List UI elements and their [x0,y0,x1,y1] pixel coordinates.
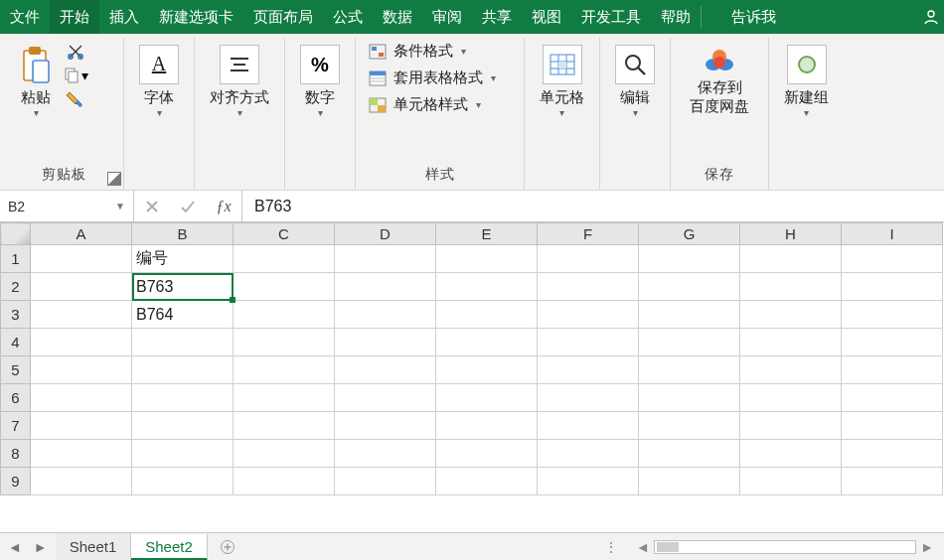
tab-file[interactable]: 文件 [0,0,50,34]
cell-A6[interactable] [31,384,132,412]
tab-insert[interactable]: 插入 [99,0,149,34]
cell-I7[interactable] [842,412,943,440]
sheet-tab-1[interactable]: Sheet2 [131,534,208,560]
col-header-B[interactable]: B [132,223,234,245]
cell-H3[interactable] [740,301,842,329]
row-header-2[interactable]: 2 [1,273,31,301]
cell-E2[interactable] [436,273,538,301]
cell-F3[interactable] [538,301,639,329]
cell-I9[interactable] [842,468,943,495]
editing-button[interactable]: 编辑 ▾ [608,40,662,123]
cell-C2[interactable] [234,273,335,301]
cell-I2[interactable] [842,273,943,301]
cell-A5[interactable] [31,356,132,384]
tab-newtab[interactable]: 新建选项卡 [149,0,243,34]
cell-E6[interactable] [436,384,538,412]
cell-A2[interactable] [31,273,132,301]
cell-B7[interactable] [132,412,234,440]
col-header-G[interactable]: G [639,223,740,245]
cell-H5[interactable] [740,356,842,384]
cell-styles-button[interactable]: 单元格样式▾ [364,93,500,116]
cell-E3[interactable] [436,301,538,329]
fx-icon[interactable]: ƒx [206,198,241,215]
tab-data[interactable]: 数据 [373,0,422,34]
cell-H2[interactable] [740,273,842,301]
scroll-right-icon[interactable]: ► [916,539,938,555]
cell-I3[interactable] [842,301,943,329]
tab-pagelayout[interactable]: 页面布局 [243,0,323,34]
cell-C5[interactable] [234,356,335,384]
cell-E1[interactable] [436,245,538,273]
cell-F7[interactable] [538,412,639,440]
clipboard-dialog-launcher[interactable] [107,172,121,186]
font-button[interactable]: A 字体 ▾ [132,40,186,123]
cell-D6[interactable] [335,384,436,412]
cell-C4[interactable] [234,329,335,356]
cell-B3[interactable]: B764 [132,301,234,329]
cell-D3[interactable] [335,301,436,329]
col-header-I[interactable]: I [842,223,943,245]
cell-C8[interactable] [234,440,335,468]
cell-H8[interactable] [740,440,842,468]
row-header-8[interactable]: 8 [1,440,31,468]
cell-G9[interactable] [639,468,740,495]
cell-E8[interactable] [436,440,538,468]
cell-B6[interactable] [132,384,234,412]
cell-I8[interactable] [842,440,943,468]
cell-H9[interactable] [740,468,842,495]
cell-B4[interactable] [132,329,234,356]
cell-G1[interactable] [639,245,740,273]
cell-D8[interactable] [335,440,436,468]
cell-I4[interactable] [842,329,943,356]
cell-E7[interactable] [436,412,538,440]
cell-A8[interactable] [31,440,132,468]
cell-B5[interactable] [132,356,234,384]
sheet-prev-icon[interactable]: ◄ [8,539,22,555]
format-painter-button[interactable] [62,87,89,111]
cell-A4[interactable] [31,329,132,356]
cell-G5[interactable] [639,356,740,384]
sheet-split-handle[interactable]: ⋮ [596,533,626,560]
cell-F2[interactable] [538,273,639,301]
cell-I5[interactable] [842,356,943,384]
add-sheet-button[interactable] [208,533,247,560]
cell-F9[interactable] [538,468,639,495]
cell-D9[interactable] [335,468,436,495]
sheet-next-icon[interactable]: ► [34,539,48,555]
formula-input[interactable]: B763 [242,191,944,221]
sheet-nav[interactable]: ◄ ► [0,533,56,560]
cell-B9[interactable] [132,468,234,495]
cell-C7[interactable] [234,412,335,440]
row-header-3[interactable]: 3 [1,301,31,329]
tab-view[interactable]: 视图 [522,0,571,34]
cell-B1[interactable]: 编号 [132,245,234,273]
worksheet-grid[interactable]: ABCDEFGHI1编号2B7633B764456789 [0,222,944,520]
col-header-A[interactable]: A [31,223,132,245]
row-header-9[interactable]: 9 [1,468,31,495]
cell-C1[interactable] [234,245,335,273]
conditional-formatting-button[interactable]: 条件格式▾ [364,40,500,63]
format-as-table-button[interactable]: 套用表格格式▾ [364,67,500,89]
cell-C6[interactable] [234,384,335,412]
row-header-1[interactable]: 1 [1,245,31,273]
row-header-4[interactable]: 4 [1,329,31,356]
cell-D1[interactable] [335,245,436,273]
cell-D5[interactable] [335,356,436,384]
cell-F8[interactable] [538,440,639,468]
tab-formulas[interactable]: 公式 [323,0,373,34]
sheet-tab-0[interactable]: Sheet1 [56,533,132,560]
scroll-left-icon[interactable]: ◄ [632,539,654,555]
cell-G2[interactable] [639,273,740,301]
cell-E9[interactable] [436,468,538,495]
cell-C3[interactable] [234,301,335,329]
cells-button[interactable]: 单元格 ▾ [533,40,591,123]
cell-F5[interactable] [538,356,639,384]
cell-G7[interactable] [639,412,740,440]
cell-F1[interactable] [538,245,639,273]
cell-A9[interactable] [31,468,132,495]
col-header-F[interactable]: F [538,223,639,245]
tellme-label[interactable]: 告诉我 [721,0,786,34]
tab-help[interactable]: 帮助 [651,0,701,34]
row-header-5[interactable]: 5 [1,356,31,384]
col-header-H[interactable]: H [740,223,842,245]
